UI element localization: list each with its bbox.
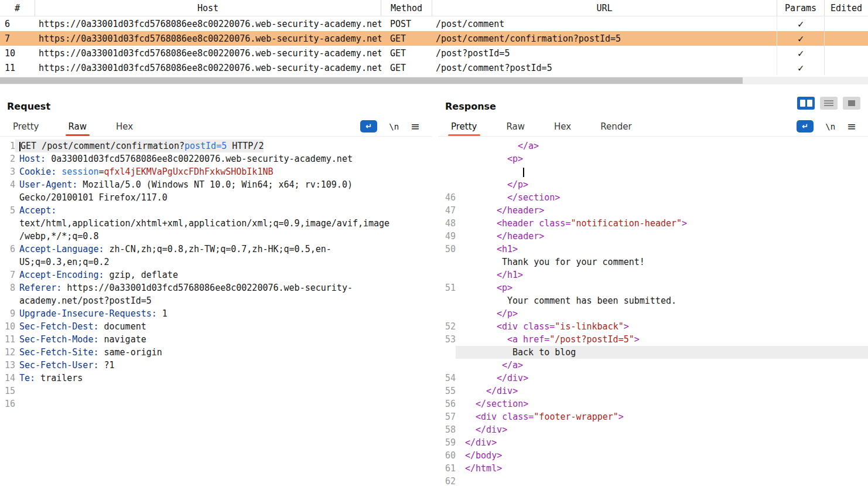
code-line[interactable]: 57<div class="footer-wrapper"> [438,410,868,423]
code-token: gzip, deflate [104,270,178,280]
code-line[interactable]: 9Upgrade-Insecure-Requests: 1 [0,307,432,320]
code-line[interactable]: </p> [438,307,868,320]
code-line[interactable]: 6Accept-Language: zh-CN,zh;q=0.8,zh-TW;q… [0,243,432,269]
word-wrap-icon[interactable]: ↵ [797,120,814,132]
response-tab-render[interactable]: Render [599,117,633,136]
code-line[interactable]: Back to blog [438,346,868,359]
code-content: Back to blog [456,346,868,359]
code-line[interactable]: 62 [438,475,868,486]
table-row[interactable]: 10https://0a33001d03fcd5768086ee8c002200… [0,46,868,60]
code-line[interactable]: 58</div> [438,423,868,436]
line-number: 10 [0,320,15,333]
line-number: 13 [0,359,15,372]
table-cell: ✓ [777,46,825,60]
code-line[interactable]: 15 [0,385,432,397]
code-line[interactable]: 2Host: 0a33001d03fcd5768086ee8c00220076.… [0,152,432,165]
column-header-edited[interactable]: Edited [825,0,868,16]
request-tab-icons: ↵ \n ≡ [360,120,420,132]
code-line[interactable]: 10Sec-Fetch-Dest: document [0,320,432,333]
code-content: Accept: text/html,application/xhtml+xml,… [15,204,393,243]
code-token: > [682,218,687,229]
code-line[interactable]: </a> [438,359,868,372]
table-cell: 7 [0,31,35,46]
code-line[interactable]: 12Sec-Fetch-Site: same-origin [0,346,432,359]
table-cell: 11 [0,60,35,75]
table-row[interactable]: 6https://0a33001d03fcd5768086ee8c0022007… [0,16,868,31]
code-line[interactable]: </a> [438,140,868,152]
code-line[interactable]: 60</body> [438,449,868,462]
code-line[interactable]: 52<div class="is-linkback"> [438,320,868,333]
code-line[interactable]: 5Accept: text/html,application/xhtml+xml… [0,204,432,243]
request-editor[interactable]: 1GET /post/comment/confirmation?postId=5… [0,140,432,410]
line-number: 47 [438,204,456,217]
code-line[interactable]: 49</header> [438,230,868,243]
line-number: 51 [438,281,456,294]
table-cell: /post?postId=5 [432,46,777,60]
column-header-method[interactable]: Method [381,0,432,16]
table-row[interactable]: 11https://0a33001d03fcd5768086ee8c002200… [0,60,868,75]
code-line[interactable]: 51<p> [438,281,868,294]
table-cell [825,31,868,46]
code-line[interactable]: 59</div> [438,436,868,449]
line-number: 7 [0,269,15,281]
table-cell: GET [381,60,432,75]
proxy-http-history-window: #HostMethodURLParamsEdited 6https://0a33… [0,0,868,486]
code-line[interactable]: 50<h1> [438,243,868,256]
code-line[interactable]: 47</header> [438,204,868,217]
column-header-url[interactable]: URL [432,0,777,16]
response-tab-pretty[interactable]: Pretty [450,117,479,136]
newline-toggle-icon[interactable]: \n [825,122,835,131]
code-line[interactable]: 11Sec-Fetch-Mode: navigate [0,333,432,346]
code-line[interactable]: <p> [438,152,868,165]
request-tabbar: PrettyRawHex ↵ \n ≡ [0,117,432,137]
panel-splitter[interactable] [432,94,438,486]
column-header-host[interactable]: Host [35,0,381,16]
layout-split-columns-button[interactable] [797,97,815,110]
layout-single-panel-button[interactable] [843,97,860,110]
column-header-params[interactable]: Params [777,0,825,16]
code-line[interactable]: 1GET /post/comment/confirmation?postId=5… [0,140,432,152]
request-tab-raw[interactable]: Raw [67,117,88,136]
code-line[interactable]: 48<header class="notification-header"> [438,217,868,230]
code-line[interactable]: 14Te: trailers [0,372,432,385]
line-number: 6 [0,243,15,256]
table-row[interactable]: 7https://0a33001d03fcd5768086ee8c0022007… [0,31,868,46]
response-tab-raw[interactable]: Raw [505,117,527,136]
code-line[interactable]: 3Cookie: session=qfxl4jEKMVaPgUxcFDhFxkw… [0,165,432,178]
code-line[interactable]: Thank you for your comment! [438,256,868,269]
response-editor[interactable]: </a><p></p>46</section>47</header>48<hea… [438,140,868,486]
code-line[interactable]: </h1> [438,269,868,281]
code-line[interactable] [438,165,868,178]
word-wrap-icon[interactable]: ↵ [360,120,377,132]
newline-toggle-icon[interactable]: \n [389,122,399,131]
code-line[interactable]: 61</html> [438,462,868,475]
layout-split-rows-button[interactable] [820,97,838,110]
code-line[interactable]: 7Accept-Encoding: gzip, deflate [0,269,432,281]
code-content: </section> [456,191,868,204]
editor-menu-icon[interactable]: ≡ [411,121,420,132]
request-tab-hex[interactable]: Hex [115,117,134,136]
column-header-num[interactable]: # [0,0,35,16]
code-line[interactable]: 16 [0,397,432,410]
code-content: </div> [456,423,868,436]
horizontal-scrollbar[interactable] [0,77,868,84]
code-token: 0a33001d03fcd5768086ee8c00220076.web-sec… [46,154,353,164]
response-tab-hex[interactable]: Hex [553,117,572,136]
code-line[interactable]: 13Sec-Fetch-User: ?1 [0,359,432,372]
code-line[interactable]: </p> [438,178,868,191]
request-tab-pretty[interactable]: Pretty [12,117,40,136]
scrollbar-thumb[interactable] [0,77,743,84]
code-line[interactable]: 55</div> [438,385,868,397]
editor-menu-icon[interactable]: ≡ [847,121,856,132]
code-line[interactable]: 54</div> [438,372,868,385]
code-line[interactable]: Your comment has been submitted. [438,294,868,307]
request-tabs: PrettyRawHex [12,117,161,136]
code-line[interactable]: 4User-Agent: Mozilla/5.0 (Windows NT 10.… [0,178,432,204]
line-number: 12 [0,346,15,359]
code-line[interactable]: 56</section> [438,397,868,410]
code-line[interactable]: 8Referer: https://0a33001d03fcd5768086ee… [0,281,432,307]
code-line[interactable]: 46</section> [438,191,868,204]
code-line[interactable]: 53<a href="/post?postId=5"> [438,333,868,346]
code-token: Your comment has been submitted. [507,295,676,306]
code-content: User-Agent: Mozilla/5.0 (Windows NT 10.0… [15,178,393,204]
